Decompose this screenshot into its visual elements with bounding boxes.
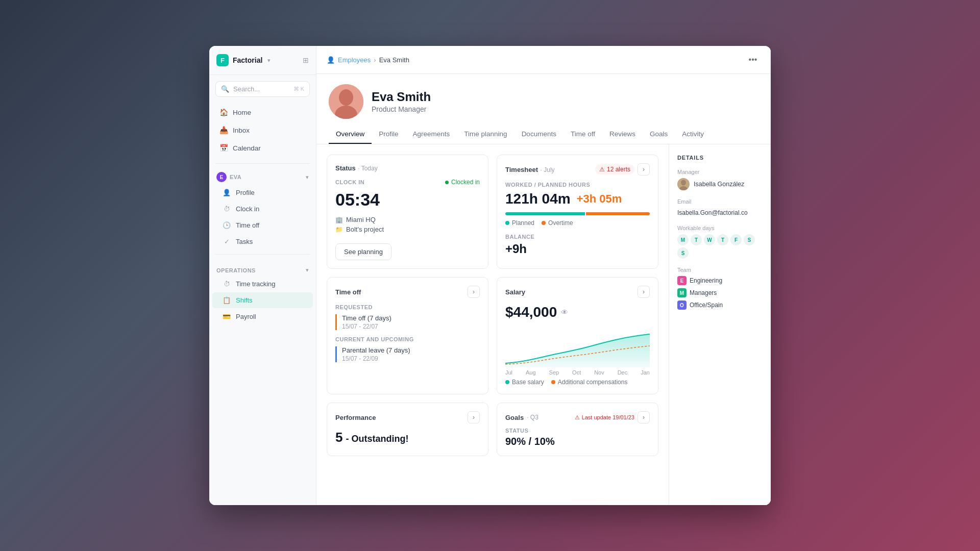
avatar-image (329, 84, 363, 119)
month-jan: Jan (641, 369, 650, 375)
home-label: Home (233, 109, 251, 116)
month-aug: Aug (526, 369, 536, 375)
sidebar-toggle[interactable]: ⊞ (303, 56, 309, 64)
sidebar-item-calendar[interactable]: 📅 Calendar (212, 139, 313, 157)
status-title: Status (335, 164, 356, 172)
tab-overview[interactable]: Overview (329, 125, 372, 144)
timeoff-requested-item: Time off (7 days) 15/07 - 22/07 (335, 314, 480, 330)
base-salary-text: Base salary (512, 379, 544, 386)
sidebar-item-timeoff[interactable]: 🕒 Time off (212, 217, 313, 233)
timesheet-card: Timesheet · July ⚠ 12 alerts › (497, 155, 658, 269)
search-placeholder: Search... (233, 85, 289, 93)
tab-time-off[interactable]: Time off (564, 125, 602, 144)
project-row: 📁 Bolt's project (335, 226, 480, 233)
sidebar-item-shifts[interactable]: 📋 Shifts (212, 292, 313, 308)
managers-label: Managers (690, 289, 717, 296)
clock-in-row: CLOCK IN Clocked in (335, 179, 480, 186)
row-2: Time off › REQUESTED Time off (7 days) 1… (327, 277, 658, 394)
profile-label: Profile (236, 189, 255, 196)
row-3: Performance › 5 - Outstanding! Goals (327, 403, 658, 456)
employee-header: Eva Smith Product Manager (316, 74, 771, 119)
clocked-in-badge: Clocked in (445, 179, 480, 186)
user-section-label: EVA (230, 174, 241, 180)
content-area: Status · Today CLOCK IN Clocked in 05:34 (316, 144, 771, 505)
hours-diff: +3h 05m (577, 192, 622, 206)
alert-icon: ⚠ (599, 166, 605, 173)
tab-agreements[interactable]: Agreements (406, 125, 457, 144)
salary-card: Salary › $44,000 👁 (497, 277, 658, 394)
dropdown-icon[interactable]: ▾ (267, 57, 271, 64)
topbar: 👤 Employees › Eva Smith ••• (316, 46, 771, 74)
project-icon: 📁 (335, 226, 343, 233)
timesheet-arrow[interactable]: › (638, 163, 650, 176)
timeoff-requested-name: Time off (7 days) (342, 314, 480, 322)
tab-reviews[interactable]: Reviews (602, 125, 643, 144)
goals-title: Goals (505, 414, 524, 421)
status-card-header: Status · Today (335, 163, 480, 172)
user-nav: 👤 Profile ⏱ Clock in 🕒 Time off ✓ Tasks (209, 184, 316, 250)
workable-section: Workable days M T W T F S S (677, 225, 763, 259)
clocked-dot (445, 181, 449, 184)
overtime-dot (542, 221, 546, 225)
breadcrumb-separator: › (374, 56, 376, 64)
details-sidebar: DETAILS Manager Isabella González (669, 144, 771, 505)
eye-icon[interactable]: 👁 (561, 308, 568, 316)
breadcrumb-parent[interactable]: Employees (338, 56, 371, 64)
search-bar[interactable]: 🔍 Search... ⌘ K (215, 81, 310, 97)
operations-label: OPERATIONS (216, 267, 256, 273)
timeoff-arrow[interactable]: › (468, 286, 480, 298)
goals-status-label: STATUS (505, 428, 650, 434)
operations-chevron[interactable]: ▾ (306, 267, 309, 273)
tabs-bar: Overview Profile Agreements Time plannin… (316, 125, 771, 144)
search-shortcut: ⌘ K (293, 86, 304, 92)
salary-arrow[interactable]: › (638, 286, 650, 298)
tasks-icon: ✓ (223, 238, 231, 245)
manager-name: Isabella González (694, 181, 744, 188)
payroll-label: Payroll (236, 313, 256, 320)
tab-time-planning[interactable]: Time planning (457, 125, 514, 144)
manager-avatar-svg (677, 178, 690, 190)
project-text: Bolt's project (346, 226, 384, 233)
goals-status-value: 90% / 10% (505, 436, 650, 447)
salary-title: Salary (505, 288, 525, 296)
shifts-icon: 📋 (223, 296, 231, 304)
sidebar-item-inbox[interactable]: 📥 Inbox (212, 121, 313, 139)
see-planning-button[interactable]: See planning (335, 243, 391, 260)
timesheet-title: Timesheet (505, 166, 538, 173)
alerts-badge: ⚠ 12 alerts (595, 164, 634, 174)
goals-arrow[interactable]: › (638, 411, 650, 423)
operations-section-header: OPERATIONS ▾ (209, 263, 316, 276)
tab-profile[interactable]: Profile (372, 125, 405, 144)
employee-name: Eva Smith (372, 90, 431, 104)
performance-score-row: 5 - Outstanding! (335, 430, 480, 445)
email-label: Email (677, 198, 763, 205)
team-label: Team (677, 267, 763, 273)
tab-goals[interactable]: Goals (643, 125, 675, 144)
more-options-button[interactable]: ••• (745, 52, 761, 67)
month-nov: Nov (594, 369, 604, 375)
sidebar-item-payroll[interactable]: 💳 Payroll (212, 309, 313, 324)
manager-section: Manager Isabella González (677, 169, 763, 190)
calendar-label: Calendar (233, 144, 261, 152)
details-title: DETAILS (677, 155, 763, 161)
sidebar-item-clockin[interactable]: ⏱ Clock in (212, 201, 313, 217)
sidebar-item-profile[interactable]: 👤 Profile (212, 185, 313, 201)
team-engineering: E Engineering (677, 276, 763, 285)
performance-card-header: Performance › (335, 411, 480, 423)
time-tracking-label: Time tracking (236, 280, 276, 288)
sidebar-item-home[interactable]: 🏠 Home (212, 104, 313, 121)
timeoff-upcoming-name: Parental leave (7 days) (342, 346, 480, 354)
user-section-chevron[interactable]: ▾ (306, 174, 309, 181)
last-update-badge: ⚠ Last update 19/01/23 (575, 414, 634, 421)
app-window: F Factorial ▾ ⊞ 🔍 Search... ⌘ K 🏠 Home 📥… (209, 46, 771, 505)
tab-documents[interactable]: Documents (514, 125, 564, 144)
sidebar-item-time-tracking[interactable]: ⏱ Time tracking (212, 276, 313, 292)
tab-activity[interactable]: Activity (675, 125, 711, 144)
day-M: M (677, 234, 689, 245)
divider-1 (215, 163, 310, 164)
performance-arrow[interactable]: › (468, 411, 480, 423)
sidebar-item-tasks[interactable]: ✓ Tasks (212, 234, 313, 249)
last-update-text: Last update 19/01/23 (582, 414, 634, 420)
goals-right: ⚠ Last update 19/01/23 › (575, 411, 650, 423)
avatar (329, 84, 363, 119)
